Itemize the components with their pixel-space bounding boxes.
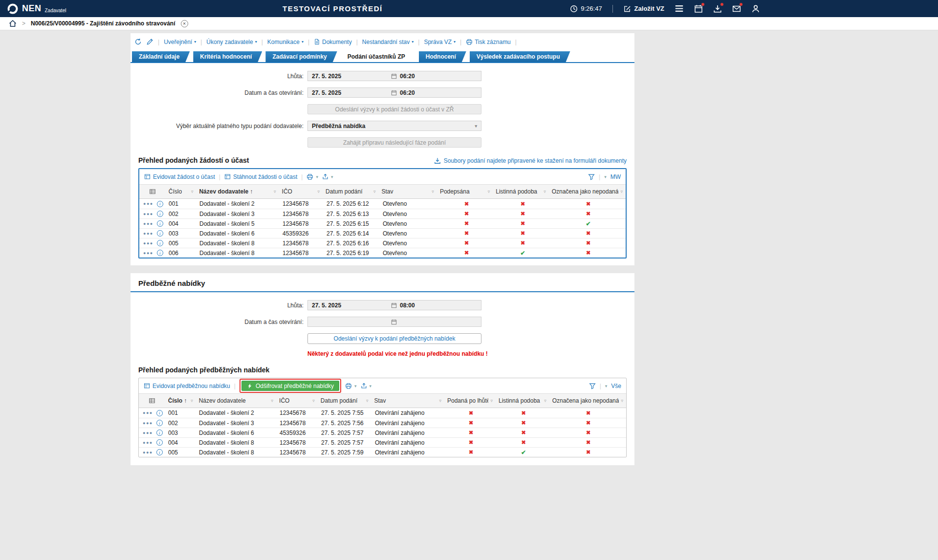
column-filter-icon[interactable]: ▿ <box>621 398 623 403</box>
opening-field[interactable]: 27. 5. 2025 06:20 <box>307 87 481 98</box>
info-icon[interactable]: i <box>157 220 163 227</box>
column-filter-icon[interactable]: ▿ <box>373 189 376 194</box>
tab-zadavaci-podminky[interactable]: Zadávací podmínky <box>265 51 337 62</box>
col-listinna-podoba[interactable]: Listinná podoba▿ <box>493 185 548 198</box>
column-filter-icon[interactable]: ▿ <box>544 398 546 403</box>
menu-ukony-zadavatele[interactable]: Úkony zadavatele▾ <box>206 39 257 45</box>
table-row[interactable]: ●●● i 003 Dodavatel - školení 6 45359326… <box>139 428 626 437</box>
table-row[interactable]: ●●● i 005 Dodavatel - školení 8 12345678… <box>139 447 626 457</box>
column-filter-icon[interactable]: ▿ <box>191 398 193 403</box>
col-podana-po-lhute[interactable]: Podaná po lhůtě▿ <box>444 394 496 408</box>
deadline-time-value[interactable]: 06:20 <box>400 73 415 80</box>
col-datum-podani[interactable]: Datum podání▿ <box>323 185 378 198</box>
view-name[interactable]: MW <box>611 173 621 180</box>
table-row[interactable]: ●●● i 002 Dodavatel - školení 3 12345678… <box>139 209 626 218</box>
info-icon[interactable]: i <box>156 430 163 436</box>
row-menu-icon[interactable]: ●●● <box>143 201 153 206</box>
column-filter-icon[interactable]: ▿ <box>318 189 320 194</box>
row-menu-icon[interactable]: ●●● <box>143 241 153 246</box>
row-menu-icon[interactable]: ●●● <box>143 421 153 426</box>
menu-tisk-zaznamu[interactable]: Tisk záznamu <box>466 39 511 45</box>
menu-nestandardni-stav[interactable]: Nestandardní stav▾ <box>362 39 414 45</box>
table-row[interactable]: ●●● i 005 Dodavatel - školení 8 12345678… <box>139 238 626 248</box>
edit-icon[interactable] <box>146 38 153 45</box>
col-ico[interactable]: IČO▿ <box>279 185 323 198</box>
info-icon[interactable]: i <box>156 439 163 446</box>
calendar-icon[interactable] <box>694 4 703 13</box>
column-filter-icon[interactable]: ▿ <box>432 189 434 194</box>
column-filter-icon[interactable]: ▿ <box>191 189 194 194</box>
col-listinna-podoba[interactable]: Listinná podoba▿ <box>496 394 549 408</box>
evidovat-zadost-button[interactable]: Evidovat žádost o účast <box>144 173 215 180</box>
print-grid-button[interactable]: ▾ <box>345 383 357 389</box>
deadline-date-value[interactable]: 27. 5. 2025 <box>308 302 391 309</box>
deadline-field[interactable]: 27. 5. 2025 06:20 <box>307 71 481 81</box>
home-icon[interactable] <box>9 20 17 27</box>
info-icon[interactable]: i <box>156 420 163 426</box>
submission-files-link[interactable]: Soubory podání najdete připravené ke sta… <box>434 157 627 164</box>
info-icon[interactable]: i <box>156 449 163 455</box>
refresh-icon[interactable] <box>134 38 142 45</box>
col-stav[interactable]: Stav▿ <box>371 394 445 408</box>
col-cislo[interactable]: Číslo▿ <box>166 185 196 198</box>
info-icon[interactable]: i <box>157 240 163 246</box>
odsifrovat-nabidky-button[interactable]: Odšifrovat předběžné nabídky <box>241 381 339 391</box>
col-nazev-dodavatele[interactable]: Název dodavatele↑▿ <box>196 185 279 198</box>
view-name[interactable]: Vše <box>611 383 621 389</box>
table-row[interactable]: ●●● i 001 Dodavatel - školení 2 12345678… <box>139 199 626 209</box>
breadcrumb-record-link[interactable]: N006/25/V00004995 - Zajištění závodního … <box>31 20 175 27</box>
info-icon[interactable]: i <box>156 410 163 416</box>
view-dropdown-icon[interactable]: ▾ <box>605 384 608 388</box>
column-filter-icon[interactable]: ▿ <box>620 189 623 194</box>
column-chooser-icon[interactable] <box>139 185 166 198</box>
row-menu-icon[interactable]: ●●● <box>143 440 153 445</box>
column-filter-icon[interactable]: ▿ <box>544 189 546 194</box>
col-nazev-dodavatele[interactable]: Název dodavatele▿ <box>196 394 276 408</box>
zalozit-vz-button[interactable]: Založit VZ <box>623 5 664 13</box>
info-icon[interactable]: i <box>157 250 163 256</box>
row-menu-icon[interactable]: ●●● <box>143 410 153 415</box>
tab-hodnoceni[interactable]: Hodnocení <box>419 51 466 62</box>
nen-logo[interactable]: NEN Zadavatel <box>0 3 66 15</box>
close-record-icon[interactable]: ✕ <box>181 20 188 27</box>
column-filter-icon[interactable]: ▿ <box>490 398 493 403</box>
table-row[interactable]: ●●● i 006 Dodavatel - školení 8 12345678… <box>139 248 626 258</box>
calendar-icon[interactable] <box>391 90 397 96</box>
calendar-icon[interactable] <box>391 73 397 79</box>
user-profile-icon[interactable] <box>751 4 760 13</box>
info-icon[interactable]: i <box>157 230 163 237</box>
row-menu-icon[interactable]: ●●● <box>143 212 153 216</box>
downloads-icon[interactable] <box>713 4 722 13</box>
col-oznacena-nepodana[interactable]: Označena jako nepodaná▿ <box>549 394 626 408</box>
opening-time-value[interactable]: 06:20 <box>400 89 415 96</box>
col-ico[interactable]: IČO▿ <box>276 394 318 408</box>
col-podepsana[interactable]: Podepsána▿ <box>437 185 493 198</box>
messages-icon[interactable] <box>732 4 741 13</box>
calendar-icon[interactable] <box>391 302 397 308</box>
evidovat-nabidku-button[interactable]: Evidovat předběžnou nabídku <box>144 383 230 389</box>
tab-vysledek[interactable]: Výsledek zadávacího postupu <box>470 51 570 62</box>
column-chooser-icon[interactable] <box>139 394 165 408</box>
menu-sprava-vz[interactable]: Správa VZ▾ <box>424 39 456 45</box>
menu-komunikace[interactable]: Komunikace▾ <box>267 39 304 45</box>
menu-dokumenty[interactable]: Dokumenty <box>314 39 352 45</box>
tab-podani-ucastniku[interactable]: Podání účastníků ZP <box>341 51 415 62</box>
table-row[interactable]: ●●● i 001 Dodavatel - školení 2 12345678… <box>139 408 626 418</box>
column-filter-icon[interactable]: ▿ <box>274 189 276 194</box>
column-filter-icon[interactable]: ▿ <box>312 398 315 403</box>
column-filter-icon[interactable]: ▿ <box>271 398 274 403</box>
opening-date-value[interactable]: 27. 5. 2025 <box>308 89 391 96</box>
filter-button[interactable] <box>588 173 595 180</box>
row-menu-icon[interactable]: ●●● <box>143 231 153 236</box>
row-menu-icon[interactable]: ●●● <box>143 450 153 455</box>
view-dropdown-icon[interactable]: ▾ <box>604 174 607 179</box>
info-icon[interactable]: i <box>157 201 163 207</box>
menu-uverejneni[interactable]: Uveřejnění▾ <box>164 39 196 45</box>
stahnout-zadosti-button[interactable]: Stáhnout žádosti o účast <box>224 173 297 180</box>
send-preliminary-request-button[interactable]: Odeslání výzvy k podání předběžných nabí… <box>307 333 481 344</box>
col-datum-podani[interactable]: Datum podání▿ <box>318 394 371 408</box>
row-menu-icon[interactable]: ●●● <box>143 431 153 435</box>
filter-button[interactable] <box>589 383 596 389</box>
preliminary-deadline-field[interactable]: 27. 5. 2025 08:00 <box>307 300 481 310</box>
tab-kriteria-hodnoceni[interactable]: Kritéria hodnocení <box>193 51 262 62</box>
